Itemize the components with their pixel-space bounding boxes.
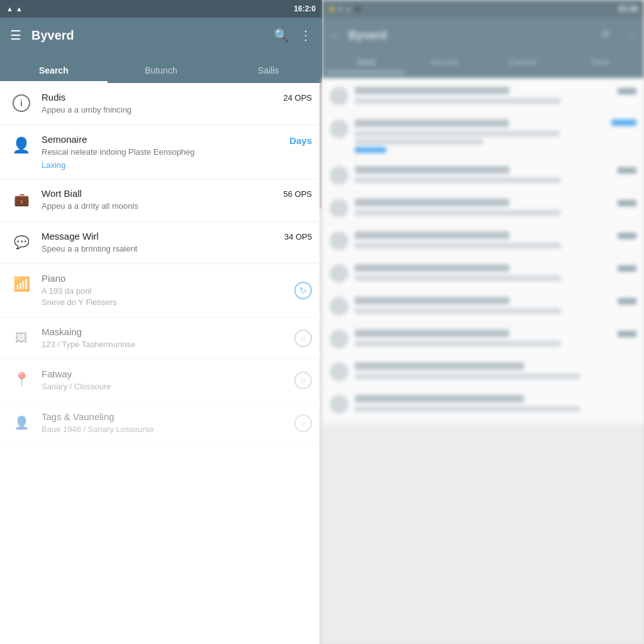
- right-tab-feed: Feed: [561, 58, 639, 73]
- right-list-item-4: [322, 192, 644, 225]
- app-bar: ☰ Byverd 🔍 ⋮: [0, 18, 322, 53]
- right-item-sub-1: [355, 98, 561, 104]
- right-item-content-6: [355, 264, 613, 284]
- list-item-rudis[interactable]: i Rudis Appeu a a umby fnincing 24 OPS: [0, 83, 322, 125]
- item-subtitle-wort-biall: Appeu a a drrity all moonls: [42, 201, 312, 212]
- item-subtitle-semonaire: Resical neleate indoing Plaste Eensopheg: [42, 147, 312, 158]
- menu-icon[interactable]: ☰: [10, 28, 21, 43]
- message-icon: 💬: [14, 235, 30, 250]
- right-item-sub-5: [355, 243, 561, 248]
- right-item-content-8: [355, 330, 613, 349]
- right-item-title-2: [355, 119, 509, 127]
- item-icon-fatway: 📍: [10, 369, 33, 391]
- list-item-message-wirl[interactable]: 💬 Message Wirl Speeu a a brrinting rsale…: [0, 222, 322, 264]
- right-list-item-9: [322, 356, 644, 389]
- wifi-icon: 📶: [13, 276, 30, 292]
- right-item-sub-6: [355, 275, 561, 281]
- item-refresh-maskaing[interactable]: ○: [294, 330, 312, 347]
- item-action-laxing[interactable]: Laxing: [42, 160, 312, 170]
- item-refresh-fatway[interactable]: ○: [294, 372, 312, 389]
- right-item-sub-3: [355, 177, 561, 183]
- image-icon: 🖼: [15, 331, 28, 345]
- status-bar-left-icons: ▲ ▲: [6, 5, 23, 13]
- right-item-content-10: [355, 395, 636, 414]
- item-title-piano: Piano: [42, 273, 312, 284]
- item-subtitle-piano: A 193 da ponl Sneve do Y Flessers: [42, 286, 312, 308]
- right-app-title: Byverd: [348, 29, 594, 42]
- item-icon-tags: 👤: [10, 411, 33, 434]
- right-status-time: 21:10: [618, 4, 638, 13]
- right-item-icon-9: [330, 362, 348, 381]
- more-options-icon[interactable]: ⋮: [299, 28, 312, 43]
- item-icon-message-wirl: 💬: [10, 231, 33, 253]
- item-subtitle-maskaing: 123 / Type Tashermurinse: [42, 339, 312, 350]
- person-icon: 👤: [12, 136, 31, 154]
- right-item-badge-5: [618, 233, 636, 239]
- right-list-item-6: [322, 258, 644, 291]
- right-tabs: Send Account Channel Feed: [322, 53, 644, 78]
- right-item-content-7: [355, 297, 613, 316]
- item-icon-piano: 📶: [10, 273, 33, 296]
- list-item-tags-vauneling[interactable]: 👤 Tags & Vauneling Baue 1946 / Sanary Lo…: [0, 402, 322, 445]
- item-content-rudis: Rudis Appeu a a umby fnincing: [42, 92, 312, 116]
- item-content-wort-biall: Wort Biall Appeu a a drrity all moonls: [42, 188, 312, 212]
- right-item-badge-blue-2: [611, 119, 636, 126]
- right-list-item-1: [322, 80, 644, 113]
- right-item-icon-4: [330, 199, 348, 218]
- right-more-icon: ⋮: [626, 30, 636, 42]
- right-item-sub-10: [355, 406, 580, 412]
- right-item-sub-2a: [355, 131, 560, 136]
- status-bar-time: 16:2:0: [294, 4, 316, 13]
- right-item-content-3: [355, 166, 613, 186]
- right-search-icon: 🔍: [601, 30, 614, 42]
- tab-butunch[interactable]: Butunch: [108, 65, 215, 83]
- item-title-rudis: Rudis: [42, 92, 312, 103]
- item-icon-semonaire: 👤: [10, 134, 33, 157]
- right-item-badge-8: [618, 331, 636, 337]
- list-item-piano[interactable]: 📶 Piano A 193 da ponl Sneve do Y Flesser…: [0, 264, 322, 318]
- right-item-title-4: [355, 199, 509, 206]
- list-item-maskaing[interactable]: 🖼 Maskaing 123 / Type Tashermurinse ○: [0, 318, 322, 360]
- list-item-fatway[interactable]: 📍 Fatway Sanary / Clossoure ○: [0, 360, 322, 402]
- search-icon[interactable]: 🔍: [274, 28, 289, 43]
- right-item-title-10: [355, 395, 524, 402]
- item-content-tags: Tags & Vauneling Baue 1946 / Sanary Loss…: [42, 411, 312, 435]
- right-item-title-9: [355, 362, 524, 370]
- person2-icon: 👤: [14, 415, 30, 430]
- item-subtitle-rudis: Appeu a a umby fnincing: [42, 104, 312, 116]
- left-panel: ▲ ▲ 16:2:0 ☰ Byverd 🔍 ⋮ Search Butunch S…: [0, 0, 322, 644]
- right-status-bar: 🔔 ▼ ▲ ⬛ 21:10: [322, 0, 644, 18]
- item-badge-message-wirl: 34 OP5: [284, 232, 312, 242]
- list-item-wort-biall[interactable]: 💼 Wort Biall Appeu a a drrity all moonls…: [0, 179, 322, 221]
- item-icon-rudis: i: [10, 92, 33, 114]
- item-title-tags: Tags & Vauneling: [42, 411, 312, 422]
- right-item-title-3: [355, 166, 509, 174]
- app-title: Byverd: [31, 28, 264, 43]
- right-item-link-2: [355, 147, 386, 153]
- item-title-message-wirl: Message Wirl: [42, 231, 312, 242]
- right-app-bar: ← Byverd 🔍 ⋮: [322, 18, 644, 53]
- item-refresh-tags[interactable]: ○: [294, 414, 312, 432]
- right-item-content-4: [355, 199, 613, 218]
- right-tab-account: Account: [405, 58, 483, 73]
- item-title-fatway: Fatway: [42, 369, 312, 379]
- right-item-content-9: [355, 362, 636, 382]
- right-tab-channel: Channel: [483, 58, 561, 73]
- item-content-piano: Piano A 193 da ponl Sneve do Y Flessers: [42, 273, 312, 308]
- right-item-title-1: [355, 87, 509, 94]
- right-item-icon-6: [330, 264, 348, 283]
- briefcase-icon: 💼: [14, 192, 30, 207]
- tab-sailis[interactable]: Sailis: [214, 65, 322, 83]
- tab-search[interactable]: Search: [0, 65, 108, 83]
- item-content-semonaire: Semonaire Resical neleate indoing Plaste…: [42, 134, 312, 170]
- status-bar-left: ▲ ▲ 16:2:0: [0, 0, 322, 18]
- item-refresh-piano[interactable]: ↻: [294, 282, 312, 299]
- right-item-title-5: [355, 231, 509, 239]
- right-item-badge-4: [618, 200, 636, 206]
- right-item-content-2: [355, 119, 611, 153]
- right-item-content-1: [355, 87, 613, 106]
- right-list-item-3: [322, 160, 644, 192]
- list-item-semonaire[interactable]: 👤 Semonaire Resical neleate indoing Plas…: [0, 125, 322, 179]
- item-content-maskaing: Maskaing 123 / Type Tashermurinse: [42, 326, 312, 350]
- location-icon: 📍: [13, 372, 30, 388]
